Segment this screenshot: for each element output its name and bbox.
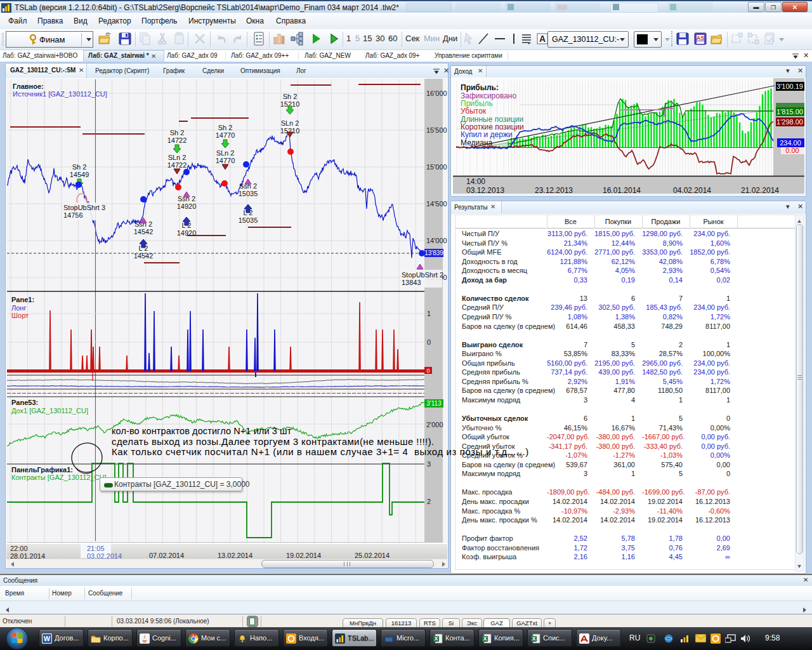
svg-text:14722: 14722 xyxy=(167,136,187,144)
svg-text:16.01.2014: 16.01.2014 xyxy=(603,186,641,195)
svg-text:Sh 2: Sh 2 xyxy=(218,124,233,131)
svg-text:X: X xyxy=(532,635,536,642)
svg-text:03.12.2013: 03.12.2013 xyxy=(466,186,504,195)
svg-text:14920: 14920 xyxy=(177,229,197,237)
svg-text:Прибыль:: Прибыль: xyxy=(461,83,499,92)
svg-text:Источник1 [GAZ_130112_CU]: Источник1 [GAZ_130112_CU] xyxy=(13,90,107,98)
svg-text:Шорт: Шорт xyxy=(11,312,29,319)
svg-text:Pane1:: Pane1: xyxy=(11,296,34,303)
svg-text:3'100.19: 3'100.19 xyxy=(776,83,803,90)
svg-text:14'000: 14'000 xyxy=(426,237,447,244)
svg-text:Лонг: Лонг xyxy=(11,304,26,312)
svg-text:A: A xyxy=(539,34,546,44)
svg-text:21.02.2014: 21.02.2014 xyxy=(741,186,779,195)
svg-text:1: 1 xyxy=(427,310,431,317)
svg-text:Дох1 [GAZ_130112_CU]: Дох1 [GAZ_130112_CU] xyxy=(11,407,88,415)
svg-text:SLn 2: SLn 2 xyxy=(281,119,299,127)
svg-text:Sh 2: Sh 2 xyxy=(170,129,185,136)
svg-text:14:00: 14:00 xyxy=(466,177,485,186)
svg-text:3: 3 xyxy=(427,460,431,468)
svg-text:Купил и держи: Купил и держи xyxy=(461,130,513,139)
svg-text:15'000: 15'000 xyxy=(426,163,447,171)
svg-text:13843: 13843 xyxy=(402,279,421,286)
svg-text:23.12.2013: 23.12.2013 xyxy=(535,186,573,195)
svg-text:SLn 2: SLn 2 xyxy=(168,154,187,161)
svg-text:14920: 14920 xyxy=(177,202,197,210)
svg-text:Sh 2: Sh 2 xyxy=(283,93,298,100)
svg-text:14542: 14542 xyxy=(134,228,154,235)
svg-text:Главное:: Главное: xyxy=(13,83,44,90)
svg-text:StopUbShrt 3: StopUbShrt 3 xyxy=(63,204,105,211)
svg-text:14549: 14549 xyxy=(70,171,89,178)
svg-text:ПанельГрафика1:: ПанельГрафика1: xyxy=(11,466,73,474)
svg-text:3'113: 3'113 xyxy=(426,400,442,407)
svg-text:AS: AS xyxy=(697,35,705,41)
svg-text:Убыток: Убыток xyxy=(461,107,487,116)
svg-text:14770: 14770 xyxy=(216,157,235,164)
svg-text:Pane53:: Pane53: xyxy=(11,399,38,406)
svg-text:14542: 14542 xyxy=(134,252,154,260)
svg-text:14770: 14770 xyxy=(216,131,235,139)
svg-text:16'000: 16'000 xyxy=(426,90,447,97)
svg-text:0: 0 xyxy=(426,368,429,374)
svg-text:15035: 15035 xyxy=(239,216,258,224)
svg-text:234.00: 234.00 xyxy=(780,139,801,147)
svg-text:W: W xyxy=(44,635,51,642)
svg-text:1'298.00: 1'298.00 xyxy=(776,118,803,126)
svg-text:X: X xyxy=(435,635,438,642)
svg-text:14722: 14722 xyxy=(167,161,187,169)
svg-text:X: X xyxy=(483,635,487,642)
svg-text:Sh 2: Sh 2 xyxy=(72,163,87,171)
svg-text:2'000: 2'000 xyxy=(426,421,443,428)
svg-text:StopUbShrt 2: StopUbShrt 2 xyxy=(402,271,443,279)
svg-text:15'500: 15'500 xyxy=(426,126,447,134)
svg-text:14'500: 14'500 xyxy=(426,200,447,208)
svg-text:0: 0 xyxy=(427,338,431,346)
svg-text:13'839: 13'839 xyxy=(424,249,443,256)
svg-text:2: 2 xyxy=(427,498,431,505)
svg-text:Медиана: Медиана xyxy=(461,138,493,147)
svg-text:04.02.2014: 04.02.2014 xyxy=(673,186,711,195)
svg-text:1'815.00: 1'815.00 xyxy=(776,108,803,116)
svg-text:15035: 15035 xyxy=(239,190,258,197)
svg-text:14756: 14756 xyxy=(63,211,83,219)
svg-text:SLn 2: SLn 2 xyxy=(216,149,235,157)
svg-text:0.00: 0.00 xyxy=(785,147,799,154)
